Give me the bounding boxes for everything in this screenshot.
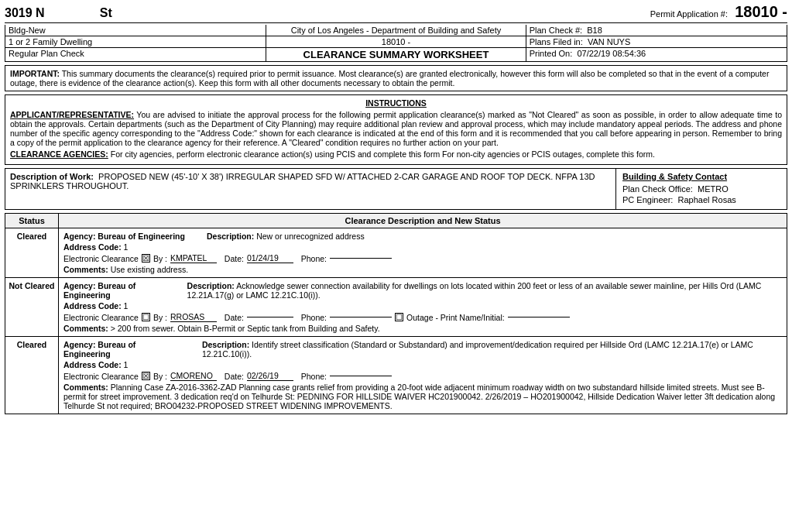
clearance-checkbox[interactable]: ☒ (142, 254, 150, 263)
description-cell: Agency: Bureau of EngineeringDescription… (59, 337, 787, 414)
header-top: 3019 N St Permit Application #: 18010 - (5, 3, 787, 23)
meta-row1: Bldg-New City of Los Angeles - Departmen… (5, 25, 787, 36)
electronic-clearance-row: Electronic Clearance ☒ By : CMORENO Date… (63, 371, 782, 381)
table-row: ClearedAgency: Bureau of EngineeringDesc… (5, 337, 787, 414)
work-contact-title: Building & Safety Contact (622, 172, 780, 181)
important-text: This summary documents the clearance(s) … (10, 69, 769, 88)
outage-text: Outage - Print Name/Initial: (406, 313, 505, 322)
status-cell: Cleared (5, 228, 59, 278)
col-status: Status (5, 214, 59, 228)
meta-row3-left: Regular Plan Check (5, 48, 266, 61)
address-code-row: Address Code: 1 (63, 242, 782, 252)
work-box: Description of Work: PROPOSED NEW (45'-1… (5, 168, 787, 210)
description-cell: Agency: Bureau of EngineeringDescription… (59, 228, 787, 278)
agency-row: Agency: Bureau of EngineeringDescription… (63, 340, 782, 359)
phone-field (330, 317, 392, 317)
electronic-clearance-row: Electronic Clearance ☐ By : RROSAS Date:… (63, 312, 782, 322)
important-box: IMPORTANT: This summary documents the cl… (5, 65, 787, 91)
status-cell: Cleared (5, 337, 59, 414)
work-plan-check: Plan Check Office: METRO (622, 184, 780, 194)
date-field: 02/26/19 (247, 371, 293, 381)
agency-label: Agency: Bureau of Engineering (63, 232, 185, 241)
by-field: RROSAS (170, 312, 217, 322)
clearance-table: Status Clearance Description and New Sta… (5, 213, 787, 414)
by-field: CMORENO (170, 371, 217, 381)
table-header-row: Status Clearance Description and New Sta… (5, 214, 787, 228)
desc-label: Description: Identify street classificat… (202, 340, 782, 359)
outage-checkbox[interactable]: ☐ (395, 313, 403, 321)
address-code-row: Address Code: 1 (63, 301, 782, 311)
status-cell: Not Cleared (5, 278, 59, 337)
col-description: Clearance Description and New Status (59, 214, 787, 228)
desc-label: Description: Acknowledge sewer connectio… (187, 281, 782, 300)
date-field: 01/24/19 (247, 253, 293, 263)
meta-row1-right: Plan Check #: B18 (526, 25, 787, 36)
meta-row3-right: Printed On: 07/22/19 08:54:36 (526, 48, 787, 61)
work-text: PROPOSED NEW (45'-10' X 38') IRREGULAR S… (10, 172, 595, 190)
instructions-para2: CLEARANCE AGENCIES: For city agencies, p… (10, 149, 782, 159)
address-number: 3019 N (5, 6, 45, 19)
clearance-checkbox[interactable]: ☒ (142, 372, 150, 380)
description-cell: Agency: Bureau of EngineeringDescription… (59, 278, 787, 337)
by-field: KMPATEL (170, 253, 217, 263)
meta-row2: 1 or 2 Family Dwelling 18010 - Plans Fil… (5, 36, 787, 48)
work-pc-engineer: PC Engineer: Raphael Rosas (622, 195, 780, 204)
agency-label: Agency: Bureau of Engineering (63, 281, 166, 300)
work-label: Description of Work: (10, 172, 94, 181)
header-address: 3019 N St (5, 6, 112, 20)
permit-info: Permit Application #: 18010 - (650, 3, 787, 21)
agency-label: Agency: Bureau of Engineering (63, 340, 180, 359)
instructions-title: INSTRUCTIONS (10, 98, 782, 108)
meta-row2-right: Plans Filed in: VAN NUYS (526, 36, 787, 47)
page: 3019 N St Permit Application #: 18010 - … (0, 0, 792, 417)
instructions-para1: APPLICANT/REPRESENTATIVE: You are advise… (10, 110, 782, 147)
phone-field (330, 258, 392, 259)
clearance-checkbox[interactable]: ☐ (142, 313, 150, 321)
comments-row: Comments: > 200 from sewer. Obtain B-Per… (63, 324, 782, 333)
work-right: Building & Safety Contact Plan Check Off… (616, 169, 787, 209)
phone-field (330, 376, 392, 376)
agency-row: Agency: Bureau of EngineeringDescription… (63, 281, 782, 300)
meta-row1-center: City of Los Angeles - Department of Buil… (266, 25, 526, 36)
outage-val (508, 317, 570, 317)
comments-row: Comments: Use existing address. (63, 265, 782, 274)
important-label: IMPORTANT: (10, 69, 60, 78)
electronic-clearance-row: Electronic Clearance ☒ By : KMPATEL Date… (63, 253, 782, 263)
work-left: Description of Work: PROPOSED NEW (45'-1… (5, 169, 616, 209)
meta-row3: Regular Plan Check CLEARANCE SUMMARY WOR… (5, 48, 787, 62)
comments-row: Comments: Planning Case ZA-2016-3362-ZAD… (63, 383, 782, 410)
permit-number: 18010 - (735, 3, 787, 20)
meta-row1-left: Bldg-New (5, 25, 266, 36)
address-street: St (100, 6, 112, 19)
table-row: ClearedAgency: Bureau of EngineeringDesc… (5, 228, 787, 278)
meta-row2-center: 18010 - (266, 36, 526, 47)
permit-label: Permit Application #: (650, 9, 728, 19)
agency-row: Agency: Bureau of EngineeringDescription… (63, 232, 782, 241)
table-row: Not ClearedAgency: Bureau of Engineering… (5, 278, 787, 337)
instructions-box: INSTRUCTIONS APPLICANT/REPRESENTATIVE: Y… (5, 94, 787, 165)
meta-row3-center: CLEARANCE SUMMARY WORKSHEET (266, 48, 526, 61)
meta-row2-left: 1 or 2 Family Dwelling (5, 36, 266, 47)
address-code-row: Address Code: 1 (63, 360, 782, 369)
date-field (247, 317, 293, 317)
desc-label: Description: New or unrecognized address (207, 232, 365, 241)
